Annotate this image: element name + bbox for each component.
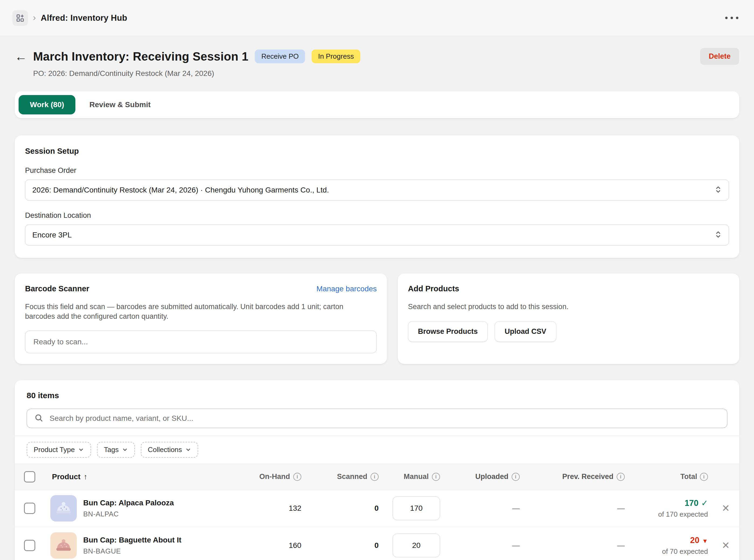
prev-received-value: — [528,541,632,550]
add-products-description: Search and select products to add to thi… [408,302,729,312]
topbar: Alfred: Inventory Hub [0,0,754,36]
total-value: 170 [684,498,698,508]
purchase-order-select[interactable]: 2026: Demand/Continuity Restock (Mar 24,… [25,180,729,201]
page-header: March Inventory: Receiving Session 1 Rec… [15,48,739,65]
select-all-checkbox[interactable] [24,471,35,482]
on-hand-value: 160 [242,541,303,550]
sort-ascending-icon [84,473,87,481]
tab-work[interactable]: Work (80) [19,95,75,115]
column-prev-received-label: Prev. Received [562,473,613,481]
filter-product-type[interactable]: Product Type [27,442,91,458]
info-icon[interactable] [512,473,520,481]
badge-receive-po: Receive PO [255,49,305,63]
chevron-down-icon [78,447,84,453]
check-icon [701,498,708,508]
page-subtitle: PO: 2026: Demand/Continuity Restock (Mar… [33,69,739,78]
upload-csv-button[interactable]: Upload CSV [495,321,556,342]
page: March Inventory: Receiving Session 1 Rec… [0,36,754,560]
column-total-label: Total [680,473,697,481]
product-image [51,495,77,521]
back-arrow-icon[interactable] [15,51,27,63]
destination-location-value: Encore 3PL [32,231,72,239]
chevron-down-icon [122,447,128,453]
manage-barcodes-link[interactable]: Manage barcodes [316,285,377,293]
filter-collections[interactable]: Collections [141,442,198,458]
table-header: Product On-Hand Scanned Manual Uploaded … [15,464,739,490]
column-product-label: Product [52,473,80,481]
info-icon[interactable] [617,473,625,481]
product-sku: BN-BAGUE [83,547,181,555]
product-name[interactable]: Bun Cap: Baguette About It [83,536,181,544]
filter-product-type-label: Product Type [34,445,75,454]
expected-label: of 170 expected [658,510,708,519]
column-manual-label: Manual [404,473,429,481]
row-checkbox[interactable] [24,540,35,551]
column-uploaded: Uploaded [452,473,528,481]
table-row: Bun Cap: Baguette About It BN-BAGUE 160 … [15,527,739,560]
select-stepper-icon [715,185,722,195]
session-setup-card: Session Setup Purchase Order 2026: Deman… [15,135,739,258]
info-icon[interactable] [293,473,301,481]
delete-button[interactable]: Delete [700,48,739,65]
filter-tags-label: Tags [104,445,119,454]
product-image [51,532,77,559]
remove-row-icon[interactable] [722,503,730,513]
badge-in-progress: In Progress [312,49,360,63]
manual-quantity-input[interactable] [393,534,440,557]
uploaded-value: — [452,504,528,513]
add-products-title: Add Products [408,284,459,293]
barcode-scan-input[interactable] [25,331,377,353]
tabs-bar: Work (80) Review & Submit [15,91,739,118]
info-icon[interactable] [700,473,708,481]
chevron-down-icon [185,447,191,453]
column-total: Total [632,473,712,481]
column-scanned: Scanned [303,473,380,481]
session-setup-title: Session Setup [25,147,729,156]
filter-bar: Product Type Tags Collections [15,436,739,464]
barcode-scanner-title: Barcode Scanner [25,284,90,293]
add-products-card: Add Products Search and select products … [398,274,739,364]
filter-tags[interactable]: Tags [97,442,135,458]
shortfall-triangle-icon [702,536,708,545]
column-prev-received: Prev. Received [528,473,632,481]
table-row: Bun Cap: Alpaca Palooza BN-ALPAC 132 0 —… [15,490,739,527]
column-on-hand-label: On-Hand [259,473,290,481]
scanned-value: 0 [303,504,380,513]
page-title: March Inventory: Receiving Session 1 [33,50,248,63]
apps-grid-icon[interactable] [13,10,28,26]
column-product[interactable]: Product [44,473,242,481]
column-uploaded-label: Uploaded [475,473,509,481]
items-card: 80 items Product Type Tags Collections [15,380,739,560]
expected-label: of 70 expected [662,547,708,556]
breadcrumb-chevron-icon [33,12,36,23]
uploaded-value: — [452,541,528,550]
row-checkbox[interactable] [24,503,35,514]
remove-row-icon[interactable] [722,541,730,550]
product-search-input[interactable] [27,409,727,428]
destination-location-label: Destination Location [25,211,729,220]
info-icon[interactable] [371,473,379,481]
column-scanned-label: Scanned [337,473,367,481]
purchase-order-value: 2026: Demand/Continuity Restock (Mar 24,… [32,186,329,194]
on-hand-value: 132 [242,504,303,513]
scanned-value: 0 [303,541,380,550]
manual-quantity-input[interactable] [393,497,440,520]
barcode-scanner-card: Barcode Scanner Manage barcodes Focus th… [15,274,387,364]
barcode-scanner-description: Focus this field and scan — barcodes are… [25,302,362,321]
select-stepper-icon [715,231,722,240]
search-icon [34,413,43,423]
column-manual: Manual [380,473,452,481]
product-sku: BN-ALPAC [83,510,174,518]
column-on-hand: On-Hand [242,473,303,481]
filter-collections-label: Collections [148,445,182,454]
info-icon[interactable] [432,473,440,481]
items-count: 80 items [27,391,727,400]
product-name[interactable]: Bun Cap: Alpaca Palooza [83,499,174,507]
tab-review-submit[interactable]: Review & Submit [90,100,151,109]
more-actions-button[interactable] [722,14,741,22]
purchase-order-label: Purchase Order [25,166,729,175]
browse-products-button[interactable]: Browse Products [408,321,488,342]
destination-location-select[interactable]: Encore 3PL [25,224,729,245]
app-title: Alfred: Inventory Hub [41,13,127,23]
total-value: 20 [690,536,699,545]
